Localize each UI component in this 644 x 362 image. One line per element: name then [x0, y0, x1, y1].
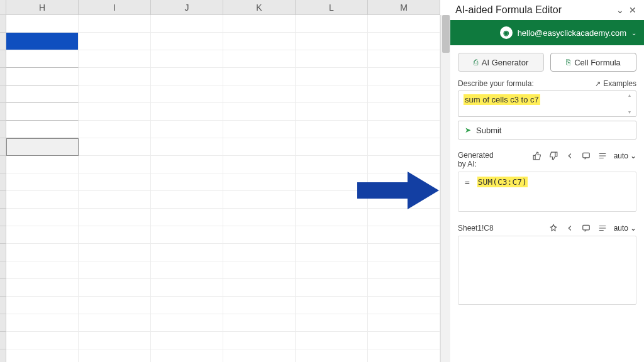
auto-dropdown[interactable]: auto⌄ [614, 151, 636, 160]
formula-text: SUM(C3:C7) [477, 177, 528, 187]
col-header[interactable]: H [6, 0, 79, 14]
chevron-down-icon[interactable]: ⌄ [614, 4, 626, 16]
tab-label: Cell Formula [574, 58, 621, 67]
col-header[interactable]: L [296, 0, 368, 14]
describe-value: sum of cells c3 to c7 [464, 94, 540, 105]
thumbs-down-icon[interactable] [548, 151, 558, 161]
formula-icon: ⎘ [566, 58, 570, 67]
pin-icon[interactable] [548, 223, 558, 233]
panel-title: AI-aided Formula Editor [455, 4, 614, 16]
send-icon: ➤ [465, 126, 471, 134]
tab-row: ⎙ AI Generator ⎘ Cell Formula [450, 45, 644, 77]
chevron-down-icon: ⌄ [630, 224, 636, 233]
account-email: hello@easyclickacademy.com [518, 28, 626, 38]
comment-icon[interactable] [581, 151, 591, 161]
describe-label: Describe your formula: [458, 79, 534, 88]
edit-icon: ↗ [595, 80, 601, 88]
close-icon[interactable]: ✕ [626, 4, 639, 16]
annotation-arrow-icon [357, 168, 439, 212]
submit-label: Submit [476, 126, 501, 135]
align-icon[interactable] [597, 223, 608, 233]
tab-label: AI Generator [482, 58, 528, 67]
auto-dropdown[interactable]: auto⌄ [614, 224, 636, 233]
examples-label: Examples [603, 79, 636, 88]
sparkle-icon: ⎙ [474, 58, 478, 67]
svg-rect-1 [582, 153, 589, 158]
comment-icon[interactable] [581, 223, 591, 233]
chevron-down-icon: ⌄ [631, 30, 636, 36]
equals-sign: = [465, 177, 470, 187]
back-arrow-icon[interactable] [565, 223, 575, 233]
textarea-scroll-icon: ▴▾ [628, 92, 635, 115]
chevron-down-icon: ⌄ [630, 151, 636, 160]
col-header[interactable]: M [368, 0, 440, 14]
col-header[interactable]: K [223, 0, 296, 14]
align-icon[interactable] [597, 151, 608, 161]
thumbs-up-icon[interactable] [532, 151, 542, 161]
header-stub [0, 0, 6, 14]
avatar-icon: ◉ [500, 26, 513, 39]
generated-label: Generated by AI: [458, 151, 498, 169]
cell-c8[interactable] [6, 138, 79, 156]
describe-input[interactable]: sum of cells c3 to c7 ▴▾ [458, 90, 636, 117]
column-header-row: H I J K L M [0, 0, 440, 15]
panel-header: AI-aided Formula Editor ⌄ ✕ [450, 0, 644, 20]
col-header[interactable]: J [151, 0, 223, 14]
submit-button[interactable]: ➤ Submit [458, 121, 636, 140]
account-bar[interactable]: ◉ hello@easyclickacademy.com ⌄ [450, 20, 644, 45]
svg-marker-0 [357, 172, 439, 209]
tab-cell-formula[interactable]: ⎘ Cell Formula [550, 53, 636, 72]
tab-ai-generator[interactable]: ⎙ AI Generator [458, 53, 544, 72]
scrollbar-thumb[interactable] [442, 15, 450, 53]
back-arrow-icon[interactable] [565, 151, 575, 161]
generated-output[interactable]: = SUM(C3:C7) [458, 172, 636, 212]
selected-cell[interactable] [6, 33, 79, 50]
formula-editor-panel: AI-aided Formula Editor ⌄ ✕ ◉ hello@easy… [450, 0, 644, 362]
reference-output[interactable] [458, 236, 636, 305]
svg-rect-2 [582, 225, 589, 230]
col-header[interactable]: I [79, 0, 151, 14]
vertical-scrollbar[interactable] [440, 15, 450, 362]
examples-link[interactable]: ↗ Examples [595, 79, 636, 88]
cell-reference-label: Sheet1!C8 [458, 224, 498, 233]
